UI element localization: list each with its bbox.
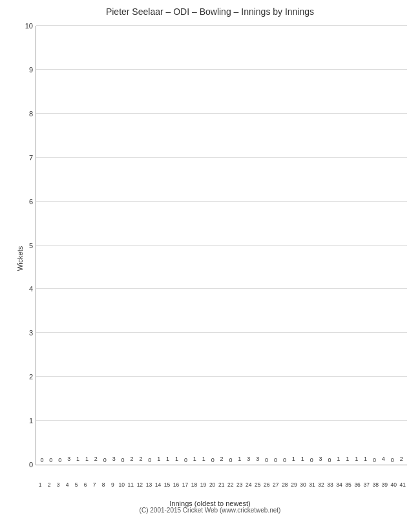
x-tick-label: 8 [99, 481, 108, 488]
x-tick-label: 29 [289, 481, 299, 488]
bar-value-label: 1 [364, 456, 367, 462]
y-tick-label: 10 [17, 22, 33, 30]
bar-zero-label: 0 [40, 457, 43, 463]
bar-group: 0 [325, 457, 334, 465]
x-tick-label: 2 [45, 481, 54, 488]
bar-value-label: 1 [337, 456, 340, 462]
x-tick-label: 1 [36, 481, 45, 488]
x-tick-label: 10 [117, 481, 126, 488]
x-tick-label: 13 [144, 481, 153, 488]
bar-group: 0 [271, 457, 280, 465]
bar-value-label: 3 [247, 456, 250, 462]
bar-group: 0 [388, 457, 397, 465]
x-tick-label: 38 [371, 481, 380, 488]
bar-value-label: 1 [292, 456, 295, 462]
bar-group: 0 [37, 457, 47, 465]
x-tick-label: 30 [299, 481, 308, 488]
copyright: (C) 2001-2015 Cricket Web (www.cricketwe… [0, 507, 420, 514]
bar-zero-label: 0 [58, 457, 61, 463]
y-tick-label: 7 [17, 154, 33, 162]
bar-value-label: 2 [94, 456, 98, 462]
bar-zero-label: 0 [184, 457, 187, 463]
bar-value-label: 1 [175, 456, 178, 462]
bar-group: 0 [118, 457, 127, 465]
x-tick-label: 16 [171, 481, 180, 488]
x-tick-label: 5 [72, 481, 81, 488]
bar-value-label: 3 [112, 456, 116, 462]
bars-wrapper: 0003112030220111011020133000110301111040… [36, 26, 407, 465]
y-tick-label: 2 [17, 373, 33, 381]
bar-zero-label: 0 [274, 457, 277, 463]
x-axis-labels: 1234567891011121314151617181920212223242… [36, 481, 407, 488]
bar-zero-label: 0 [211, 457, 215, 463]
bar-group: 0 [280, 457, 289, 465]
bar-value-label: 1 [346, 456, 349, 462]
bar-value-label: 1 [76, 456, 79, 462]
x-tick-label: 40 [389, 481, 398, 488]
bar-group: 0 [370, 457, 379, 465]
x-tick-label: 33 [326, 481, 335, 488]
bar-value-label: 2 [400, 456, 403, 462]
x-tick-label: 7 [90, 481, 99, 488]
y-tick-label: 6 [17, 198, 33, 206]
bar-group: 0 [182, 457, 191, 465]
bar-value-label: 3 [319, 456, 322, 462]
bar-zero-label: 0 [148, 457, 151, 463]
x-tick-label: 22 [226, 481, 235, 488]
y-tick-label: 0 [17, 461, 33, 469]
bar-zero-label: 0 [283, 457, 286, 463]
x-tick-label: 20 [208, 481, 217, 488]
x-tick-label: 3 [54, 481, 63, 488]
bar-zero-label: 0 [328, 457, 331, 463]
x-tick-label: 4 [63, 481, 72, 488]
bar-value-label: 1 [166, 456, 169, 462]
y-tick-label: 1 [17, 417, 33, 425]
x-tick-label: 15 [162, 481, 171, 488]
bar-group: 0 [145, 457, 154, 465]
bar-value-label: 1 [238, 456, 241, 462]
x-tick-label: 11 [126, 481, 135, 488]
x-tick-label: 18 [190, 481, 199, 488]
x-tick-label: 12 [135, 481, 144, 488]
bar-value-label: 1 [85, 456, 89, 462]
chart-container: Pieter Seelaar – ODI – Bowling – Innings… [0, 0, 420, 517]
x-tick-label: 26 [262, 481, 271, 488]
x-tick-label: 39 [380, 481, 389, 488]
bar-group: 0 [100, 457, 109, 465]
bar-group: 0 [262, 457, 271, 465]
bar-group: 0 [307, 457, 316, 465]
x-tick-label: 14 [153, 481, 162, 488]
y-tick-label: 8 [17, 110, 33, 118]
y-tick-label: 5 [17, 242, 33, 249]
bar-group: 0 [208, 457, 217, 465]
bar-value-label: 2 [130, 456, 133, 462]
x-tick-label: 21 [217, 481, 226, 488]
x-tick-label: 37 [362, 481, 371, 488]
x-tick-label: 25 [253, 481, 262, 488]
bar-group: 0 [47, 457, 56, 465]
x-tick-label: 17 [181, 481, 190, 488]
x-tick-label: 36 [353, 481, 362, 488]
bar-value-label: 1 [355, 456, 358, 462]
x-tick-label: 24 [244, 481, 253, 488]
x-tick-label: 32 [317, 481, 326, 488]
bar-group: 0 [56, 457, 65, 465]
x-tick-label: 6 [81, 481, 90, 488]
y-axis-title: Wickets [16, 246, 24, 271]
bar-value-label: 1 [193, 456, 196, 462]
bar-zero-label: 0 [49, 457, 52, 463]
bar-value-label: 3 [256, 456, 259, 462]
bar-value-label: 2 [139, 456, 142, 462]
bar-zero-label: 0 [373, 457, 376, 463]
bar-value-label: 1 [157, 456, 160, 462]
x-tick-label: 23 [235, 481, 244, 488]
x-tick-label: 19 [199, 481, 208, 488]
x-tick-label: 28 [280, 481, 289, 488]
y-tick-label: 4 [17, 285, 33, 293]
bar-value-label: 2 [220, 456, 224, 462]
bar-zero-label: 0 [121, 457, 125, 463]
bar-value-label: 1 [301, 456, 304, 462]
x-tick-label: 27 [271, 481, 280, 488]
bar-zero-label: 0 [229, 457, 232, 463]
bar-zero-label: 0 [310, 457, 313, 463]
